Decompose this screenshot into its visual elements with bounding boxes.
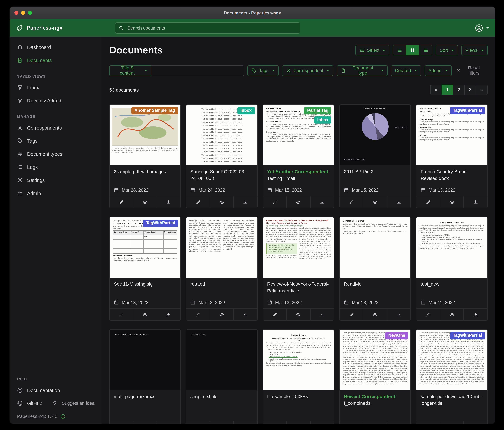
view-document-button[interactable] bbox=[210, 196, 233, 208]
select-button[interactable]: Select bbox=[355, 45, 389, 55]
document-correspondent[interactable]: Newest Correspondent bbox=[344, 394, 395, 399]
sidebar-item-recently-added[interactable]: Recently Added bbox=[10, 94, 101, 107]
tag-badge[interactable]: TagWithPartial bbox=[143, 220, 178, 227]
tag-badge[interactable]: Inbox bbox=[314, 116, 332, 123]
document-thumbnail[interactable]: This is a test for the double space char… bbox=[186, 105, 257, 165]
document-card[interactable]: Contact Sheet DemoLorem ipsum dolor sit … bbox=[340, 217, 411, 321]
document-correspondent[interactable]: Yet Another Correspondent bbox=[267, 169, 328, 174]
document-title[interactable]: multi-page-mixedxx bbox=[114, 393, 176, 400]
tag-badge[interactable]: Another Sample Tag bbox=[131, 107, 178, 114]
document-thumbnail[interactable]: Lorem ipsum dolor sit amet, consectetur … bbox=[110, 105, 180, 165]
sidebar-item-admin[interactable]: Admin bbox=[10, 187, 101, 200]
document-title[interactable]: 2sample-pdf-with-images bbox=[114, 168, 176, 175]
document-card[interactable]: Lorem ipsum dolor sit amet, consectetur … bbox=[109, 217, 181, 321]
document-thumbnail[interactable]: This is a multi page document. Page 1. bbox=[110, 330, 180, 390]
tag-badge[interactable]: Inbox bbox=[238, 107, 255, 114]
document-title[interactable]: file-sample_150kBs bbox=[267, 393, 330, 400]
reset-filters-button[interactable]: × Reset filters bbox=[455, 65, 487, 76]
correspondent-filter-button[interactable]: Correspondent bbox=[282, 65, 333, 76]
suggest-idea-link[interactable]: Suggest an idea bbox=[45, 397, 97, 410]
sidebar-item-document-types[interactable]: Document types bbox=[10, 147, 101, 160]
title-content-input[interactable] bbox=[151, 65, 244, 76]
edit-document-button[interactable] bbox=[263, 309, 286, 320]
document-title[interactable]: ReadMe bbox=[344, 281, 407, 288]
download-document-button[interactable] bbox=[233, 196, 257, 208]
document-title[interactable]: simple txt file bbox=[190, 393, 253, 400]
view-document-button[interactable] bbox=[363, 309, 387, 320]
view-document-button[interactable] bbox=[363, 421, 387, 424]
prev-page-button[interactable]: « bbox=[430, 84, 442, 95]
edit-document-button[interactable] bbox=[340, 421, 363, 424]
document-card[interactable]: Lorem ipsum dolor sit amet, consectetur … bbox=[340, 329, 411, 424]
document-thumbnail[interactable]: French Country BreadFor the Leaven:Lorem… bbox=[416, 105, 487, 165]
view-document-button[interactable] bbox=[286, 309, 310, 320]
view-document-button[interactable] bbox=[210, 421, 233, 424]
search-input[interactable] bbox=[127, 25, 297, 31]
tag-badge[interactable]: Partial Tag bbox=[304, 107, 332, 114]
download-document-button[interactable] bbox=[310, 196, 334, 208]
download-document-button[interactable] bbox=[157, 309, 180, 320]
download-document-button[interactable] bbox=[464, 421, 487, 424]
view-document-button[interactable] bbox=[440, 196, 464, 208]
document-card[interactable]: Adobe Acrobat PDF FilesLorem ipsum dolor… bbox=[416, 217, 487, 321]
download-document-button[interactable] bbox=[464, 196, 487, 208]
view-document-button[interactable] bbox=[210, 309, 233, 320]
download-document-button[interactable] bbox=[310, 421, 334, 424]
document-thumbnail[interactable]: Lorem ipsum dolor sit amet, consectetur … bbox=[340, 330, 411, 390]
close-window-button[interactable] bbox=[14, 11, 18, 15]
document-card[interactable]: This is a test file. simple txt file bbox=[186, 329, 258, 424]
sidebar-item-tags[interactable]: Tags bbox=[10, 134, 101, 147]
created-filter-button[interactable]: Created bbox=[391, 65, 421, 76]
document-title[interactable]: Review-of-New-York-Federal-Petitions-art… bbox=[267, 281, 330, 294]
view-document-button[interactable] bbox=[286, 421, 310, 424]
grid-view-button[interactable] bbox=[406, 45, 419, 55]
document-card[interactable]: This is a multi page document. Page 1. m… bbox=[109, 329, 181, 424]
edit-document-button[interactable] bbox=[110, 196, 133, 208]
page-2-button[interactable]: 2 bbox=[453, 84, 465, 95]
view-document-button[interactable] bbox=[133, 309, 157, 320]
document-title[interactable]: Yet Another Correspondent: Testing Email bbox=[267, 168, 330, 182]
sidebar-item-documents[interactable]: Documents bbox=[10, 54, 101, 67]
document-thumbnail[interactable]: Adobe Acrobat PDF FilesLorem ipsum dolor… bbox=[416, 217, 487, 278]
document-card[interactable]: French Country BreadFor the Leaven:Lorem… bbox=[416, 104, 487, 208]
edit-document-button[interactable] bbox=[186, 196, 210, 208]
sidebar-item-github[interactable]: GitHub bbox=[10, 397, 45, 410]
document-thumbnail[interactable]: Lorem ipsumLorem ipsum dolor sit amet, c… bbox=[263, 330, 334, 390]
document-card[interactable]: Release NotesSimba ODBC Driver for SQL S… bbox=[263, 104, 334, 208]
tag-badge[interactable]: TagWithPartial bbox=[450, 332, 485, 339]
document-thumbnail[interactable]: Review of New York Federal Petitions for… bbox=[263, 217, 334, 278]
edit-document-button[interactable] bbox=[110, 421, 133, 424]
edit-document-button[interactable] bbox=[416, 309, 440, 320]
edit-document-button[interactable] bbox=[110, 309, 133, 320]
download-document-button[interactable] bbox=[157, 421, 180, 424]
document-thumbnail[interactable]: Lorem ipsum dolor sit amet, consectetur … bbox=[416, 330, 487, 390]
sidebar-item-inbox[interactable]: Inbox bbox=[10, 81, 101, 94]
edit-document-button[interactable] bbox=[416, 421, 440, 424]
document-card[interactable]: Lorem ipsum dolor sit amet, consectetur … bbox=[416, 329, 487, 424]
next-page-button[interactable]: » bbox=[476, 84, 487, 95]
sidebar-item-dashboard[interactable]: Dashboard bbox=[10, 41, 101, 54]
minimize-window-button[interactable] bbox=[21, 11, 25, 15]
download-document-button[interactable] bbox=[387, 196, 410, 208]
document-thumbnail[interactable]: Contact Sheet DemoLorem ipsum dolor sit … bbox=[340, 217, 411, 278]
document-card[interactable]: Lorem ipsum dolor sit amet, consectetur … bbox=[109, 104, 181, 208]
document-thumbnail[interactable]: Lorem ipsum dolor sit amet, consectetur … bbox=[186, 217, 257, 278]
sidebar-item-settings[interactable]: Settings bbox=[10, 174, 101, 187]
info-circle-icon[interactable] bbox=[60, 414, 65, 419]
document-thumbnail[interactable]: Patient BP Distribution 2011Normal, 232,… bbox=[340, 105, 411, 165]
tag-badge[interactable]: NewOne bbox=[385, 332, 408, 339]
edit-document-button[interactable] bbox=[416, 196, 440, 208]
edit-document-button[interactable] bbox=[263, 196, 286, 208]
page-3-button[interactable]: 3 bbox=[464, 84, 476, 95]
sidebar-item-logs[interactable]: Logs bbox=[10, 160, 101, 174]
page-1-button[interactable]: 1 bbox=[442, 84, 453, 95]
app-brand[interactable]: Paperless-ngx bbox=[16, 24, 115, 32]
view-document-button[interactable] bbox=[133, 421, 157, 424]
user-menu[interactable] bbox=[475, 24, 489, 32]
document-title[interactable]: test_new bbox=[421, 281, 483, 288]
document-title[interactable]: Newest Correspondent: f_combineds bbox=[344, 393, 407, 406]
download-document-button[interactable] bbox=[310, 309, 334, 320]
global-search[interactable] bbox=[115, 22, 300, 33]
detail-view-button[interactable] bbox=[419, 45, 432, 55]
document-title[interactable]: Sonstige ScanPC2022 03-24_081058 bbox=[190, 168, 253, 182]
